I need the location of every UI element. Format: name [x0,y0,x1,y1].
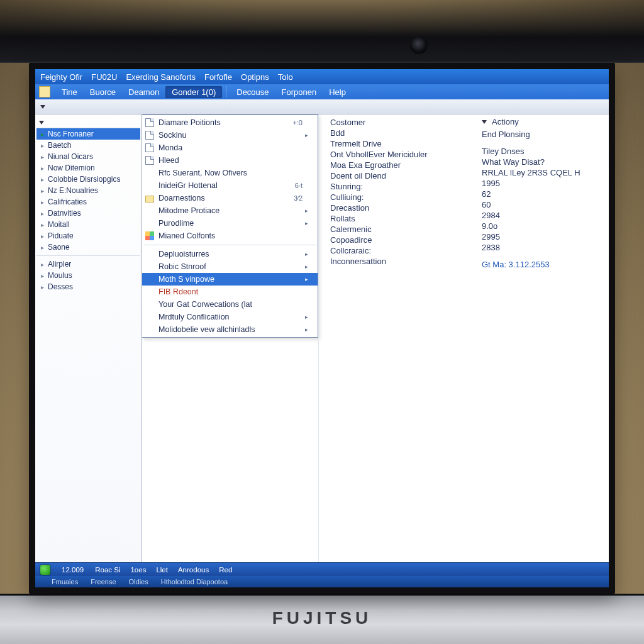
menu-entry-inideigr-hottenal[interactable]: InideiGr Hottenal6·t [142,179,318,192]
menu-item-gonder-1-0-[interactable]: Gonder 1(0) [165,86,222,98]
detail-label: Culliuing: [330,192,470,203]
detail-label: Rollats [330,213,470,224]
menu-entry-label: Mrdtuly Conflicatiion [158,313,286,321]
title-bar: Feighty Ofir FU02U Exerding Sanoforts Fo… [35,69,609,84]
title-seg-4: Forfofle [204,72,232,82]
menu-entry-label: Mianed Colfonts [158,231,286,240]
menu-item-buorce[interactable]: Buorce [84,86,122,98]
expand-arrow-icon: ▸ [39,131,45,138]
expand-arrow-icon: ▸ [39,221,45,228]
status-item: Llet [156,566,168,574]
sidebar-item-saone[interactable]: ▸Saone [36,242,140,253]
menu-entry-rfc-suerant-now-ofivers[interactable]: Rfc Suerant, Now Ofivers [142,167,318,179]
application-window: Feighty Ofir FU02U Exerding Sanoforts Fo… [29,63,615,594]
sidebar-item-alirpler[interactable]: ▸Alirpler [36,258,140,270]
status-item: 1oes [130,566,146,574]
detail-value: 2995 [482,231,602,242]
menu-entry-mrdtuly-conflicatiion[interactable]: Mrdtuly Conflicatiion▸ [142,311,318,323]
laptop-bezel-top [0,0,644,63]
menu-item-decouse[interactable]: Decouse [230,86,275,98]
status-number: 12.009 [62,566,84,574]
expand-arrow-icon: ▸ [39,153,45,160]
menu-entry-moth-s-vinpowe[interactable]: Moth S vinpowe▸ [142,273,318,286]
sidebar-item-piduate[interactable]: ▸Piduate [36,230,140,242]
sidebar-item-baetch[interactable]: ▸Baetch [36,140,140,151]
menu-entry-label: Moth S vinpowe [158,275,286,284]
dropdown-menu: Diamare Poitionts+:0Sockinu▸MondaHleedRf… [142,114,318,338]
detail-label: Costomer [330,117,470,128]
menu-shortcut: 3∕2 [286,194,305,202]
menu-entry-label: Monda [158,143,286,152]
menu-entry-molidobelie-vew-allchinladls[interactable]: Molidobelie vew allchinladls▸ [142,323,318,336]
menu-entry-mitodme-protiace[interactable]: Mitodme Protiace▸ [142,204,318,217]
menu-entry-sockinu[interactable]: Sockinu▸ [142,129,318,142]
chevron-down-icon[interactable] [39,121,44,125]
sidebar-item-niunal-oicars[interactable]: ▸Niunal Oicars [36,151,140,162]
expand-arrow-icon: ▸ [39,233,45,240]
sidebar-separator [36,255,140,256]
menu-divider [226,86,226,97]
expand-arrow-icon: ▸ [39,261,45,268]
blank-icon [145,249,155,259]
right-footer-link[interactable]: Gt Ma: 3.112.2553 [482,259,602,270]
detail-value-label: What Way Disat? [482,157,602,167]
expand-arrow-icon: ▸ [39,284,45,291]
detail-label: Moa Exa Egroather [330,160,470,170]
detail-value: 60 [482,199,602,210]
expand-arrow-icon: ▸ [39,244,45,251]
sidebar-item-datnvities[interactable]: ▸Datnvities [36,208,140,219]
sidebar-item-moitall[interactable]: ▸Moitall [36,219,140,230]
menu-entry-hleed[interactable]: Hleed [142,154,318,167]
expand-arrow-icon: ▸ [39,199,45,206]
menu-item-deamon[interactable]: Deamon [122,86,165,98]
details-labels-column: CostomerBddTrermelt DriveOnt VbhollEver … [318,114,475,562]
status-bar-secondary: FmuaiesFreenseOldiesHtholodtod Diapootoa [35,576,609,587]
sidebar-item-label: Desses [48,282,73,291]
menu-item-forponen[interactable]: Forponen [275,86,323,98]
sidebar-item-label: Piduate [48,231,74,240]
sidebar-item-nsc-fronaner[interactable]: ▸Nsc Fronaner [36,128,140,140]
content-area: ▸Nsc Fronaner▸Baetch▸Niunal Oicars▸Now D… [35,114,609,562]
start-button-icon[interactable] [40,565,50,575]
sidebar-item-label: Saone [48,243,70,252]
sidebar-item-califricaties[interactable]: ▸Califricaties [36,196,140,208]
sidebar-item-desses[interactable]: ▸Desses [36,281,140,292]
menu-entry-mianed-colfonts[interactable]: Mianed Colfonts [142,230,318,242]
menu-entry-diamare-poitionts[interactable]: Diamare Poitionts+:0 [142,116,318,129]
sidebar-item-colobbie-disrsiopgics[interactable]: ▸Colobbie Disrsiopgics [36,174,140,185]
sidebar-item-moulus[interactable]: ▸Moulus [36,270,140,281]
title-seg-2: FU02U [91,72,117,82]
sidebar-item-nz-e-noualries[interactable]: ▸Nz E:Noualries [36,185,140,196]
sidebar-item-now-ditemion[interactable]: ▸Now Ditemion [36,162,140,174]
blank-icon [145,168,155,178]
menu-entry-label: Rfc Suerant, Now Ofivers [158,169,286,177]
chevron-down-icon[interactable] [40,105,45,109]
menu-item-tine[interactable]: Tine [55,86,84,98]
status-item: Htholodtod Diapootoa [161,578,228,586]
chevron-down-icon[interactable] [482,120,487,124]
title-seg-6: Tolo [278,72,293,82]
sidebar-header [36,117,140,128]
menu-entry-purodlime[interactable]: Purodlime▸ [142,217,318,230]
grid-icon [145,231,155,241]
detail-label: Stunring: [330,181,470,192]
menu-entry-fib-rdeont[interactable]: FIB Rdeont [142,286,318,298]
menu-entry-your-gat-corwecations-lat[interactable]: Your Gat Corwecations (lat [142,298,318,311]
menu-entry-label: Hleed [158,156,286,165]
menu-entry-monda[interactable]: Monda [142,142,318,154]
right-value-first: End Plonsing [482,129,602,140]
status-item: Fmuaies [52,578,78,586]
sidebar-item-label: Nsc Fronaner [48,130,94,138]
sidebar-item-label: Califricaties [48,197,87,206]
menu-entry-doarnestions[interactable]: Doarnestions3∕2 [142,192,318,204]
menu-entry-depluoisturres[interactable]: Depluoisturres▸ [142,248,318,260]
doc-icon [145,118,155,128]
sidebar-item-label: Moitall [48,220,70,229]
title-seg-5: Optipns [241,72,269,82]
submenu-arrow-icon: ▸ [305,220,314,226]
menu-entry-robic-stnroof[interactable]: Robic Stnroof▸ [142,260,318,273]
detail-label: Calermenic [330,224,470,235]
status-item: Roac Si [95,566,120,574]
menu-item-help[interactable]: Help [323,86,352,98]
submenu-arrow-icon: ▸ [305,251,314,257]
